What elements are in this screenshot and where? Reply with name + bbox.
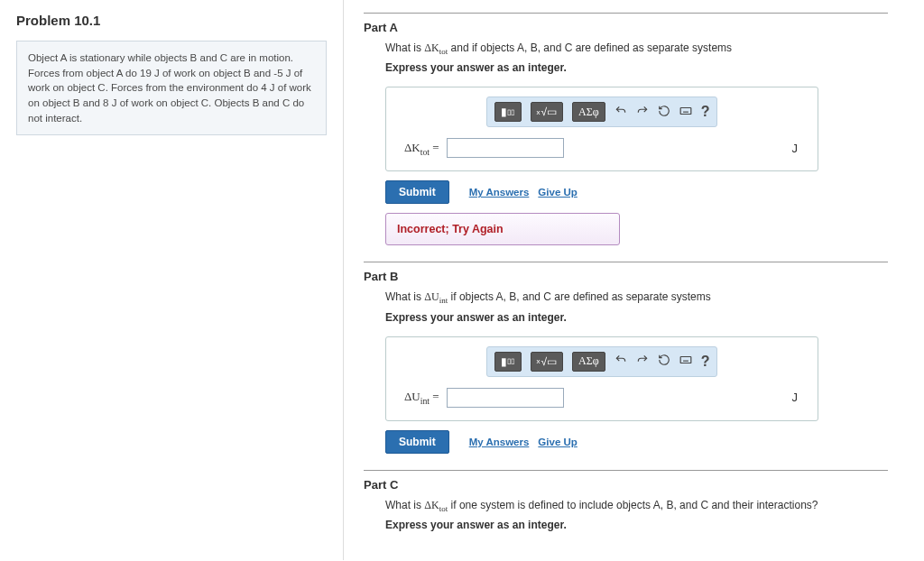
svg-rect-0 xyxy=(680,107,691,114)
root-tool-button[interactable]: x√▭ xyxy=(531,102,564,122)
keyboard-icon[interactable] xyxy=(679,105,692,120)
redo-icon[interactable] xyxy=(636,105,649,120)
greek-tool-button[interactable]: ΑΣφ xyxy=(572,102,605,122)
undo-icon[interactable] xyxy=(614,105,627,120)
redo-icon[interactable] xyxy=(636,354,649,369)
template-tool-button[interactable]: ▮▯▯ xyxy=(494,352,522,372)
part-b-question: What is ΔUint if objects A, B, and C are… xyxy=(385,290,888,305)
part-b: Part B What is ΔUint if objects A, B, an… xyxy=(364,262,888,469)
keyboard-icon[interactable] xyxy=(679,354,692,369)
greek-tool-button[interactable]: ΑΣφ xyxy=(572,352,605,372)
part-b-input-row: ΔUint = J xyxy=(404,388,805,408)
part-c-question: What is ΔKtot if one system is defined t… xyxy=(385,499,888,513)
part-b-answer-area: ▮▯▯ x√▭ ΑΣφ ? ΔUint = J xyxy=(385,336,818,421)
reset-icon[interactable] xyxy=(658,354,670,369)
part-b-answer-input[interactable] xyxy=(447,388,564,408)
my-answers-link[interactable]: My Answers xyxy=(469,187,530,198)
part-c: Part C What is ΔKtot if one system is de… xyxy=(364,470,888,547)
part-b-header: Part B xyxy=(364,270,888,283)
give-up-link[interactable]: Give Up xyxy=(538,187,577,198)
give-up-link[interactable]: Give Up xyxy=(538,437,577,447)
part-a-instruct: Express your answer as an integer. xyxy=(385,61,888,74)
part-c-header: Part C xyxy=(364,478,888,492)
part-a-question: What is ΔKtot and if objects A, B, and C… xyxy=(385,41,888,56)
part-a-unit: J xyxy=(792,142,799,155)
submit-button[interactable]: Submit xyxy=(385,430,449,454)
problem-description: Object A is stationary while objects B a… xyxy=(16,41,327,135)
problem-title: Problem 10.1 xyxy=(16,13,327,28)
part-a-actions: Submit My Answers Give Up xyxy=(385,180,888,204)
help-icon[interactable]: ? xyxy=(701,354,710,370)
part-a-answer-area: ▮▯▯ x√▭ ΑΣφ ? ΔKtot = J xyxy=(385,87,818,171)
parts-container: Part A What is ΔKtot and if objects A, B… xyxy=(343,0,924,560)
part-a-answer-input[interactable] xyxy=(447,138,564,158)
root-tool-button[interactable]: x√▭ xyxy=(531,352,564,372)
answer-toolbar: ▮▯▯ x√▭ ΑΣφ ? xyxy=(486,346,718,377)
part-a: Part A What is ΔKtot and if objects A, B… xyxy=(364,13,888,262)
help-icon[interactable]: ? xyxy=(701,104,710,120)
part-a-input-row: ΔKtot = J xyxy=(404,138,805,158)
part-b-var-label: ΔUint = xyxy=(404,390,439,406)
svg-rect-6 xyxy=(680,357,691,363)
undo-icon[interactable] xyxy=(614,354,627,369)
part-b-unit: J xyxy=(792,391,799,404)
part-a-var-label: ΔKtot = xyxy=(404,141,439,157)
part-b-instruct: Express your answer as an integer. xyxy=(385,311,888,324)
my-answers-link[interactable]: My Answers xyxy=(469,437,530,447)
template-tool-button[interactable]: ▮▯▯ xyxy=(494,102,522,122)
part-a-header: Part A xyxy=(364,21,888,34)
part-a-feedback: Incorrect; Try Again xyxy=(385,213,620,245)
reset-icon[interactable] xyxy=(658,105,670,120)
part-b-actions: Submit My Answers Give Up xyxy=(385,430,888,454)
problem-sidebar: Problem 10.1 Object A is stationary whil… xyxy=(0,0,343,560)
answer-toolbar: ▮▯▯ x√▭ ΑΣφ ? xyxy=(486,97,718,127)
submit-button[interactable]: Submit xyxy=(385,180,449,204)
part-c-instruct: Express your answer as an integer. xyxy=(385,519,888,531)
